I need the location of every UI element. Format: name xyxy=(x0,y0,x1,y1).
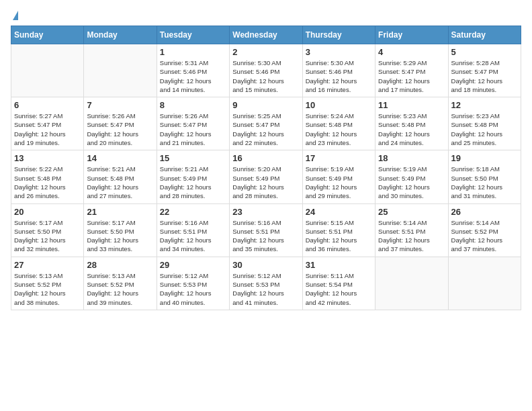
day-number: 24 xyxy=(306,207,372,217)
day-number: 27 xyxy=(14,260,81,270)
day-number: 23 xyxy=(232,207,299,217)
weekday-header-thursday: Thursday xyxy=(302,26,375,44)
day-number: 30 xyxy=(232,260,299,270)
calendar-day-cell: 4Sunrise: 5:29 AMSunset: 5:47 PMDaylight… xyxy=(375,44,448,97)
day-number: 14 xyxy=(87,153,153,163)
weekday-header-wednesday: Wednesday xyxy=(230,26,302,44)
calendar-day-cell: 21Sunrise: 5:17 AMSunset: 5:50 PMDayligh… xyxy=(84,203,157,257)
day-info: Sunrise: 5:16 AMSunset: 5:51 PMDaylight:… xyxy=(160,218,226,254)
day-info: Sunrise: 5:19 AMSunset: 5:49 PMDaylight:… xyxy=(306,165,372,200)
calendar-day-cell: 23Sunrise: 5:16 AMSunset: 5:51 PMDayligh… xyxy=(230,203,302,257)
weekday-header-tuesday: Tuesday xyxy=(157,26,229,44)
day-info: Sunrise: 5:13 AMSunset: 5:52 PMDaylight:… xyxy=(14,271,81,307)
day-number: 4 xyxy=(378,47,445,57)
day-number: 29 xyxy=(160,260,226,270)
calendar-table: SundayMondayTuesdayWednesdayThursdayFrid… xyxy=(11,26,521,310)
day-info: Sunrise: 5:13 AMSunset: 5:52 PMDaylight:… xyxy=(87,271,153,307)
calendar-week-row: 20Sunrise: 5:17 AMSunset: 5:50 PMDayligh… xyxy=(11,203,521,257)
calendar-day-cell: 18Sunrise: 5:19 AMSunset: 5:49 PMDayligh… xyxy=(375,150,448,203)
day-number: 9 xyxy=(232,100,299,110)
day-number: 12 xyxy=(451,100,518,110)
day-info: Sunrise: 5:19 AMSunset: 5:49 PMDaylight:… xyxy=(378,165,445,200)
day-info: Sunrise: 5:17 AMSunset: 5:50 PMDaylight:… xyxy=(87,218,153,254)
day-info: Sunrise: 5:30 AMSunset: 5:46 PMDaylight:… xyxy=(306,58,372,94)
calendar-day-cell: 19Sunrise: 5:18 AMSunset: 5:50 PMDayligh… xyxy=(448,150,521,203)
calendar-week-row: 6Sunrise: 5:27 AMSunset: 5:47 PMDaylight… xyxy=(11,97,521,150)
day-info: Sunrise: 5:27 AMSunset: 5:47 PMDaylight:… xyxy=(14,111,81,147)
day-info: Sunrise: 5:29 AMSunset: 5:47 PMDaylight:… xyxy=(378,58,445,94)
weekday-header-friday: Friday xyxy=(375,26,448,44)
calendar-day-cell: 12Sunrise: 5:23 AMSunset: 5:48 PMDayligh… xyxy=(448,97,521,150)
day-info: Sunrise: 5:14 AMSunset: 5:52 PMDaylight:… xyxy=(451,218,518,254)
calendar-day-cell xyxy=(375,257,448,310)
calendar-day-cell xyxy=(11,44,84,97)
weekday-header-saturday: Saturday xyxy=(448,26,521,44)
day-number: 8 xyxy=(160,100,226,110)
calendar-day-cell: 17Sunrise: 5:19 AMSunset: 5:49 PMDayligh… xyxy=(302,150,375,203)
day-info: Sunrise: 5:26 AMSunset: 5:47 PMDaylight:… xyxy=(87,111,153,147)
calendar-day-cell: 13Sunrise: 5:22 AMSunset: 5:48 PMDayligh… xyxy=(11,150,84,203)
calendar-day-cell: 20Sunrise: 5:17 AMSunset: 5:50 PMDayligh… xyxy=(11,203,84,257)
day-number: 13 xyxy=(14,153,81,163)
day-info: Sunrise: 5:21 AMSunset: 5:48 PMDaylight:… xyxy=(87,165,153,200)
day-info: Sunrise: 5:22 AMSunset: 5:48 PMDaylight:… xyxy=(14,165,81,200)
calendar-day-cell: 8Sunrise: 5:26 AMSunset: 5:47 PMDaylight… xyxy=(157,97,229,150)
day-info: Sunrise: 5:12 AMSunset: 5:53 PMDaylight:… xyxy=(160,271,226,307)
calendar-day-cell: 25Sunrise: 5:14 AMSunset: 5:51 PMDayligh… xyxy=(375,203,448,257)
day-number: 28 xyxy=(87,260,153,270)
day-number: 22 xyxy=(160,207,226,217)
day-number: 5 xyxy=(451,47,518,57)
calendar-day-cell: 28Sunrise: 5:13 AMSunset: 5:52 PMDayligh… xyxy=(84,257,157,310)
calendar-day-cell: 22Sunrise: 5:16 AMSunset: 5:51 PMDayligh… xyxy=(157,203,229,257)
day-number: 3 xyxy=(306,47,372,57)
day-number: 1 xyxy=(160,47,226,57)
day-number: 2 xyxy=(232,47,299,57)
day-info: Sunrise: 5:28 AMSunset: 5:47 PMDaylight:… xyxy=(451,58,518,94)
day-number: 19 xyxy=(451,153,518,163)
calendar-day-cell: 27Sunrise: 5:13 AMSunset: 5:52 PMDayligh… xyxy=(11,257,84,310)
day-number: 6 xyxy=(14,100,81,110)
calendar-day-cell: 14Sunrise: 5:21 AMSunset: 5:48 PMDayligh… xyxy=(84,150,157,203)
day-info: Sunrise: 5:12 AMSunset: 5:53 PMDaylight:… xyxy=(232,271,299,307)
day-info: Sunrise: 5:31 AMSunset: 5:46 PMDaylight:… xyxy=(160,58,226,94)
calendar-day-cell: 30Sunrise: 5:12 AMSunset: 5:53 PMDayligh… xyxy=(230,257,302,310)
day-number: 25 xyxy=(378,207,445,217)
day-number: 15 xyxy=(160,153,226,163)
calendar-day-cell: 5Sunrise: 5:28 AMSunset: 5:47 PMDaylight… xyxy=(448,44,521,97)
weekday-header-monday: Monday xyxy=(84,26,157,44)
day-info: Sunrise: 5:15 AMSunset: 5:51 PMDaylight:… xyxy=(306,218,372,254)
calendar-day-cell: 26Sunrise: 5:14 AMSunset: 5:52 PMDayligh… xyxy=(448,203,521,257)
calendar-day-cell: 3Sunrise: 5:30 AMSunset: 5:46 PMDaylight… xyxy=(302,44,375,97)
calendar-day-cell: 15Sunrise: 5:21 AMSunset: 5:49 PMDayligh… xyxy=(157,150,229,203)
day-info: Sunrise: 5:11 AMSunset: 5:54 PMDaylight:… xyxy=(306,271,372,307)
day-info: Sunrise: 5:25 AMSunset: 5:47 PMDaylight:… xyxy=(232,111,299,147)
day-number: 11 xyxy=(378,100,445,110)
calendar-day-cell xyxy=(448,257,521,310)
day-number: 26 xyxy=(451,207,518,217)
calendar-day-cell xyxy=(84,44,157,97)
calendar-day-cell: 9Sunrise: 5:25 AMSunset: 5:47 PMDaylight… xyxy=(230,97,302,150)
calendar-header-row: SundayMondayTuesdayWednesdayThursdayFrid… xyxy=(11,26,521,44)
calendar-week-row: 1Sunrise: 5:31 AMSunset: 5:46 PMDaylight… xyxy=(11,44,521,97)
day-info: Sunrise: 5:14 AMSunset: 5:51 PMDaylight:… xyxy=(378,218,445,254)
logo xyxy=(11,11,18,20)
calendar-day-cell: 2Sunrise: 5:30 AMSunset: 5:46 PMDaylight… xyxy=(230,44,302,97)
calendar-week-row: 13Sunrise: 5:22 AMSunset: 5:48 PMDayligh… xyxy=(11,150,521,203)
day-info: Sunrise: 5:26 AMSunset: 5:47 PMDaylight:… xyxy=(160,111,226,147)
day-info: Sunrise: 5:18 AMSunset: 5:50 PMDaylight:… xyxy=(451,165,518,200)
day-info: Sunrise: 5:23 AMSunset: 5:48 PMDaylight:… xyxy=(451,111,518,147)
day-info: Sunrise: 5:16 AMSunset: 5:51 PMDaylight:… xyxy=(232,218,299,254)
logo-triangle-icon xyxy=(13,11,18,20)
calendar-day-cell: 29Sunrise: 5:12 AMSunset: 5:53 PMDayligh… xyxy=(157,257,229,310)
calendar-day-cell: 7Sunrise: 5:26 AMSunset: 5:47 PMDaylight… xyxy=(84,97,157,150)
day-number: 17 xyxy=(306,153,372,163)
day-number: 16 xyxy=(232,153,299,163)
day-info: Sunrise: 5:24 AMSunset: 5:48 PMDaylight:… xyxy=(306,111,372,147)
calendar-day-cell: 11Sunrise: 5:23 AMSunset: 5:48 PMDayligh… xyxy=(375,97,448,150)
calendar-day-cell: 10Sunrise: 5:24 AMSunset: 5:48 PMDayligh… xyxy=(302,97,375,150)
calendar-day-cell: 31Sunrise: 5:11 AMSunset: 5:54 PMDayligh… xyxy=(302,257,375,310)
day-info: Sunrise: 5:21 AMSunset: 5:49 PMDaylight:… xyxy=(160,165,226,200)
calendar-day-cell: 1Sunrise: 5:31 AMSunset: 5:46 PMDaylight… xyxy=(157,44,229,97)
page-header xyxy=(11,11,521,20)
calendar-week-row: 27Sunrise: 5:13 AMSunset: 5:52 PMDayligh… xyxy=(11,257,521,310)
